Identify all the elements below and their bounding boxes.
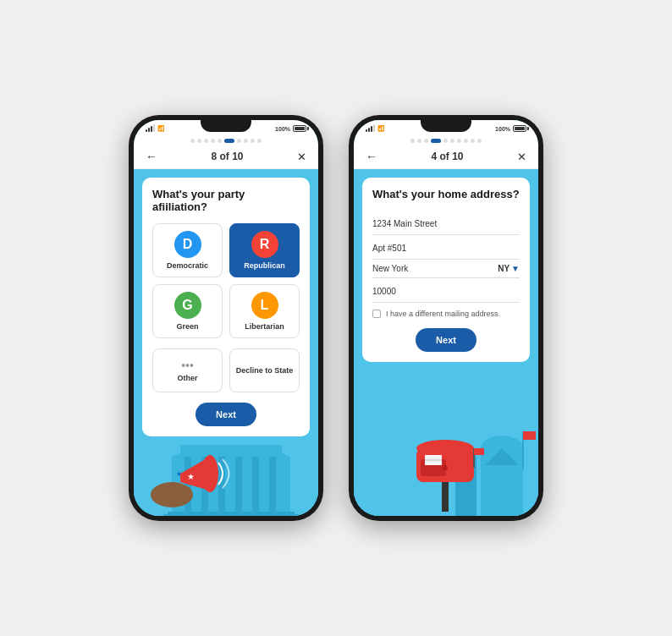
wifi-icon-2: 📶 <box>377 125 385 132</box>
signal-icon-1 <box>146 125 155 132</box>
dot-7 <box>237 139 241 143</box>
dot2-1 <box>410 139 415 143</box>
dot2-2 <box>417 139 421 143</box>
mailbox-svg <box>404 427 488 512</box>
dot2-7 <box>457 139 461 143</box>
svg-point-33 <box>443 465 448 470</box>
party-option-decline[interactable]: Decline to State <box>229 348 300 392</box>
svg-text:★: ★ <box>187 472 195 481</box>
svg-point-27 <box>416 440 474 457</box>
party-option-republican[interactable]: R Republican <box>229 223 300 277</box>
dot2-10 <box>477 139 482 143</box>
dot2-9 <box>471 139 475 143</box>
mailing-checkbox-row: I have a different mailing address. <box>372 310 520 318</box>
other-label: Other <box>177 374 197 382</box>
republican-circle: R <box>251 231 278 258</box>
nav-title-1: 8 of 10 <box>211 151 243 162</box>
party-card: What's your party afiiliation? D Democra… <box>142 178 310 436</box>
notch-2 <box>421 120 471 132</box>
mailing-checkbox-label: I have a different mailing address. <box>386 310 500 318</box>
svg-rect-11 <box>163 514 299 516</box>
progress-dots-2 <box>354 135 538 145</box>
wifi-icon-1: 📶 <box>157 125 165 132</box>
status-right-1: 100% <box>275 125 306 132</box>
state-wrapper: NY ▼ <box>498 264 520 273</box>
dot-9 <box>251 139 255 143</box>
svg-rect-32 <box>474 448 484 455</box>
other-dots-icon: ••• <box>181 359 194 372</box>
back-button-1[interactable]: ← <box>146 150 157 163</box>
democratic-circle: D <box>174 231 201 258</box>
address-line1-group <box>372 211 520 235</box>
address-form: New York NY ▼ I have a different mailing… <box>372 211 520 318</box>
party-question: What's your party afiiliation? <box>152 188 300 213</box>
address-line2-input[interactable] <box>372 244 520 253</box>
party-option-other[interactable]: ••• Other <box>152 348 223 392</box>
dot2-6 <box>450 139 454 143</box>
address-line1-input[interactable] <box>372 219 520 228</box>
dot-6 <box>224 139 234 143</box>
green-circle: G <box>174 292 201 319</box>
illustration-party: ★ ★ <box>134 445 318 516</box>
republican-label: Republican <box>244 261 285 270</box>
dot-2 <box>197 139 201 143</box>
battery-label-2: 100% <box>495 126 510 132</box>
dot-10 <box>257 139 262 143</box>
svg-rect-8 <box>252 457 259 516</box>
dot-4 <box>211 139 215 143</box>
phone-address: 📶 100% <box>349 115 543 521</box>
state-value: NY <box>498 264 510 273</box>
progress-dots-1 <box>134 135 318 145</box>
megaphone-svg: ★ ★ <box>138 445 240 512</box>
zip-input[interactable] <box>372 287 520 296</box>
svg-rect-24 <box>523 431 536 440</box>
battery-icon-1 <box>293 125 306 132</box>
nav-bar-1: ← 8 of 10 ✕ <box>134 145 318 169</box>
city-state-row: New York NY ▼ <box>372 260 520 278</box>
nav-bar-2: ← 4 of 10 ✕ <box>354 145 538 169</box>
dot2-4 <box>431 139 441 143</box>
status-bar-1: 📶 100% <box>134 120 318 135</box>
party-grid: D Democratic R Republican G Green <box>152 223 300 338</box>
address-question: What's your home address? <box>372 188 520 200</box>
party-option-libertarian[interactable]: L Libertarian <box>229 284 300 338</box>
dot-5 <box>218 139 222 143</box>
address-line2-group <box>372 235 520 260</box>
back-button-2[interactable]: ← <box>366 150 377 163</box>
svg-point-12 <box>151 482 193 507</box>
status-bar-2: 📶 100% <box>354 120 538 135</box>
close-button-2[interactable]: ✕ <box>517 151 526 163</box>
party-option-democratic[interactable]: D Democratic <box>152 223 223 277</box>
state-dropdown-arrow[interactable]: ▼ <box>511 264 520 273</box>
zip-group <box>372 278 520 303</box>
libertarian-label: Libertarian <box>245 322 284 331</box>
svg-point-13 <box>201 455 218 492</box>
dot2-8 <box>464 139 468 143</box>
dot-8 <box>244 139 248 143</box>
notch-1 <box>201 120 251 132</box>
battery-label-1: 100% <box>275 126 290 132</box>
mailing-checkbox[interactable] <box>372 310 381 318</box>
dot-1 <box>190 139 195 143</box>
libertarian-circle: L <box>251 292 278 319</box>
city-value: New York <box>372 264 493 273</box>
democratic-label: Democratic <box>167 261 208 270</box>
battery-icon-2 <box>513 125 526 132</box>
svg-text:★: ★ <box>176 470 182 478</box>
scene: 📶 100% <box>129 115 543 521</box>
dot2-3 <box>424 139 428 143</box>
next-button-1[interactable]: Next <box>196 403 256 426</box>
address-card: What's your home address? New York NY <box>362 178 530 362</box>
next-button-2[interactable]: Next <box>416 328 476 352</box>
green-label: Green <box>176 322 198 331</box>
phone-party: 📶 100% <box>129 115 323 521</box>
status-left-1: 📶 <box>146 125 165 132</box>
dot2-5 <box>443 139 448 143</box>
svg-rect-9 <box>269 457 276 516</box>
illustration-address <box>354 370 538 516</box>
nav-title-2: 4 of 10 <box>431 151 463 162</box>
status-right-2: 100% <box>495 125 526 132</box>
close-button-1[interactable]: ✕ <box>297 151 306 163</box>
party-option-green[interactable]: G Green <box>152 284 223 338</box>
svg-rect-21 <box>489 465 519 516</box>
